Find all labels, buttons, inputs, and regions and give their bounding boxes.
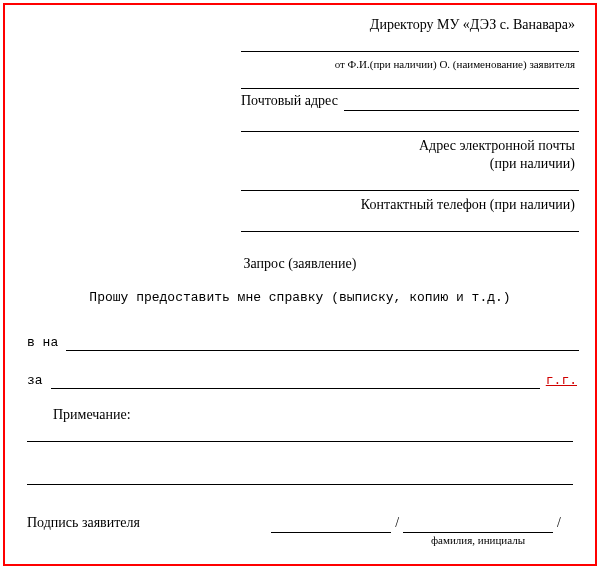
date-row: дата (21, 564, 579, 569)
prefix-vna: в на (21, 335, 66, 351)
from-hint: от Ф.И.(при наличии) О. (наименование) з… (241, 58, 579, 72)
from-fill[interactable] (241, 74, 579, 89)
date-caption: дата (455, 565, 565, 569)
postal-fill[interactable] (344, 96, 579, 111)
suffix-year: г.г. (540, 373, 579, 389)
slash-1: / (391, 515, 403, 533)
phone-label: Контактный телефон (при наличии) (241, 197, 579, 215)
postal-row: Почтовый адрес (241, 93, 579, 111)
email-fill[interactable] (241, 176, 579, 191)
document-title: Запрос (заявление) (21, 232, 579, 290)
addressee-fill-1[interactable] (241, 37, 579, 52)
prefix-za: за (21, 373, 51, 389)
signature-fill[interactable] (271, 518, 391, 533)
row-za: за г.г. (21, 373, 579, 389)
signature-row: Подпись заявителя / / (21, 515, 579, 533)
addressee-block: Директору МУ «ДЭЗ с. Ванавара» от Ф.И.(п… (241, 17, 579, 232)
document-frame: Директору МУ «ДЭЗ с. Ванавара» от Ф.И.(п… (3, 3, 597, 566)
vna-fill[interactable] (66, 336, 579, 351)
name-fill[interactable] (403, 518, 553, 533)
postal-label: Почтовый адрес (241, 93, 344, 111)
name-caption: фамилия, инициалы (403, 534, 553, 546)
slash-2: / (553, 515, 565, 533)
addressee-line: Директору МУ «ДЭЗ с. Ванавара» (241, 17, 579, 35)
note-label: Примечание: (21, 405, 579, 423)
email-label-2: (при наличии) (241, 156, 579, 174)
phone-fill[interactable] (241, 217, 579, 232)
note-fill-1[interactable] (27, 427, 573, 442)
request-text: Прошу предоставить мне справку (выписку,… (21, 290, 579, 305)
signature-label: Подпись заявителя (27, 515, 140, 533)
note-fill-2[interactable] (27, 470, 573, 485)
row-vna: в на (21, 335, 579, 351)
email-label-1: Адрес электронной почты (241, 138, 579, 156)
za-fill[interactable] (51, 374, 540, 389)
postal-fill-2[interactable] (241, 117, 579, 132)
